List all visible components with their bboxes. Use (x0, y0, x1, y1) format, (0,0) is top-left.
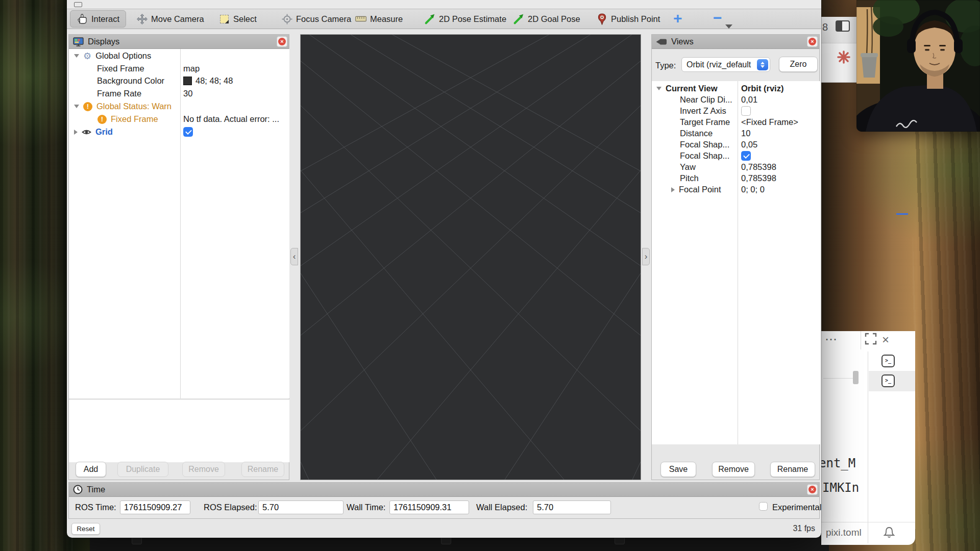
value-focal-shape-size[interactable]: 0,05 (741, 139, 757, 151)
row-label: Focal Shap... (680, 140, 729, 149)
more-options-button[interactable]: ⋯ (825, 332, 838, 346)
column-divider[interactable] (738, 81, 738, 444)
rename-display-button[interactable]: Rename (241, 462, 284, 477)
taskbar-item (615, 537, 625, 544)
value-frame-rate[interactable]: 30 (183, 87, 192, 100)
stepper-icon[interactable] (757, 59, 768, 70)
3d-viewport[interactable] (300, 34, 641, 480)
row-label: Focal Point (679, 185, 721, 194)
ros-time-label: ROS Time: (75, 503, 116, 512)
row-label: Fixed Frame (111, 114, 158, 124)
value-yaw[interactable]: 0,785398 (741, 161, 776, 173)
wall-elapsed-field[interactable]: 5.70 (533, 500, 611, 514)
row-label: Target Frame (680, 117, 730, 127)
add-tool-button[interactable]: + (673, 10, 682, 27)
zero-button[interactable]: Zero (779, 57, 818, 72)
tree-row-focal-shape-fixed[interactable]: Focal Shap... (680, 150, 729, 162)
tool-2d-goal-pose[interactable]: 2D Goal Pose (513, 9, 580, 29)
chevron-right-icon[interactable] (74, 130, 78, 135)
value-near-clip[interactable]: 0,01 (741, 94, 757, 106)
tool-move-camera[interactable]: Move Camera (136, 9, 204, 29)
tool-publish-point[interactable]: Publish Point (596, 9, 660, 29)
hand-icon (77, 13, 88, 24)
value-fixed-frame[interactable]: map (183, 62, 200, 75)
ros-elapsed-field[interactable]: 5.70 (258, 500, 344, 514)
time-close-button[interactable]: × (807, 484, 818, 495)
fullscreen-icon[interactable] (865, 333, 877, 345)
displays-panel-header[interactable]: Displays × (69, 35, 289, 49)
views-close-button[interactable]: × (807, 36, 818, 47)
collapse-right-arrow[interactable]: › (642, 248, 650, 265)
save-view-button[interactable]: Save (660, 462, 696, 477)
scrollbar-thumb[interactable] (853, 371, 859, 384)
tree-row-distance[interactable]: Distance (680, 128, 713, 139)
value-fixed-frame-status[interactable]: No tf data. Actual error: ... (183, 113, 279, 126)
goal-arrow-icon (513, 13, 524, 24)
tree-row-target-frame[interactable]: Target Frame (680, 116, 730, 128)
tree-row-near-clip[interactable]: Near Clip Di... (680, 94, 732, 106)
tool-2d-pose-estimate[interactable]: 2D Pose Estimate (424, 9, 506, 29)
views-panel-header[interactable]: Views × (652, 35, 819, 49)
chevron-down-icon[interactable] (74, 54, 79, 58)
remove-tool-button[interactable]: − (713, 9, 722, 27)
tool-interact[interactable]: Interact (70, 10, 126, 28)
bell-icon[interactable] (884, 527, 895, 539)
tree-row-yaw[interactable]: Yaw (680, 161, 696, 173)
value-distance[interactable]: 10 (741, 128, 750, 139)
code-text: IMKIn (822, 481, 859, 495)
tool-focus-camera[interactable]: Focus Camera (281, 9, 351, 29)
row-label: Near Clip Di... (680, 95, 732, 105)
tree-row-background-color[interactable]: Background Color (97, 74, 164, 87)
tool-measure[interactable]: Measure (355, 9, 403, 29)
toolbar-overflow-chevron-icon[interactable] (725, 24, 732, 29)
tool-select[interactable]: Select (218, 9, 257, 29)
reset-button[interactable]: Reset (71, 523, 100, 535)
chevron-down-icon[interactable] (656, 87, 662, 90)
tree-row-global-options[interactable]: ⚙ Global Options (74, 49, 151, 62)
tree-row-fixed-frame-status[interactable]: ! Fixed Frame (97, 113, 158, 126)
tree-row-pitch[interactable]: Pitch (680, 172, 699, 184)
tree-row-global-status[interactable]: ! Global Status: Warn (74, 100, 172, 113)
value-background-color[interactable]: 48; 48; 48 (183, 74, 233, 87)
tree-row-focal-point[interactable]: Focal Point (671, 184, 721, 195)
displays-close-button[interactable]: × (277, 36, 287, 47)
duplicate-display-button[interactable]: Duplicate (117, 462, 168, 477)
remove-display-button[interactable]: Remove (182, 462, 225, 477)
time-panel-header[interactable]: Time × (69, 483, 819, 497)
sidebar-toggle-icon[interactable] (836, 20, 850, 32)
value-pitch[interactable]: 0,785398 (741, 172, 776, 184)
eye-icon (82, 129, 91, 136)
add-display-button[interactable]: Add (76, 462, 106, 477)
terminal-icon[interactable]: >_ (881, 355, 895, 367)
divider (861, 331, 861, 349)
value-focal-point[interactable]: 0; 0; 0 (741, 184, 765, 195)
focal-shape-checkbox[interactable] (741, 151, 751, 161)
column-divider[interactable] (180, 49, 181, 398)
chevron-right-icon[interactable] (671, 187, 675, 192)
wall-time-field[interactable]: 1761150909.31 (389, 500, 469, 514)
view-type-dropdown[interactable]: Orbit (rviz_default (681, 57, 770, 72)
close-icon[interactable]: × (882, 333, 889, 347)
tree-row-current-view[interactable]: Current View (656, 83, 717, 94)
tree-row-focal-shape-size[interactable]: Focal Shap... (680, 139, 729, 151)
tree-row-fixed-frame[interactable]: Fixed Frame (97, 62, 144, 75)
invert-z-checkbox[interactable] (741, 106, 751, 116)
value-current-view[interactable]: Orbit (rviz) (741, 83, 783, 94)
status-file-label[interactable]: pixi.toml (826, 527, 862, 538)
tree-row-frame-rate[interactable]: Frame Rate (97, 87, 141, 100)
terminal-icon[interactable]: >_ (881, 374, 895, 387)
row-value: 0; 0; 0 (741, 185, 765, 194)
slider-track (823, 378, 854, 379)
collapse-left-arrow[interactable]: ‹ (290, 248, 298, 265)
experimental-checkbox[interactable] (759, 502, 768, 511)
window-top-strip (67, 0, 821, 9)
tree-row-invert-z[interactable]: Invert Z Axis (680, 105, 726, 117)
rename-view-button[interactable]: Rename (770, 462, 815, 477)
remove-view-button[interactable]: Remove (712, 462, 755, 477)
grid-enabled-checkbox[interactable] (183, 127, 193, 137)
tree-row-grid[interactable]: Grid (74, 126, 113, 138)
row-value: <Fixed Frame> (741, 117, 798, 127)
chevron-down-icon[interactable] (74, 105, 79, 108)
value-target-frame[interactable]: <Fixed Frame> (741, 116, 798, 128)
ros-time-field[interactable]: 1761150909.27 (120, 500, 190, 514)
